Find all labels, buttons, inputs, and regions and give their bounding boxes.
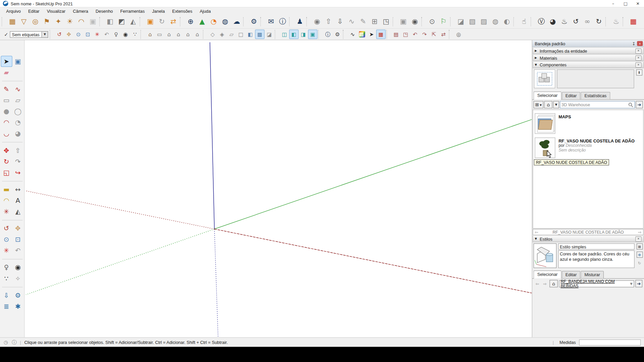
- collections-dropdown-button[interactable]: ▼: [553, 101, 559, 108]
- palette-divider-3[interactable]: [2, 178, 22, 181]
- component-title[interactable]: RF_VASO NUDE COSTELA DE ADÃO: [558, 138, 635, 143]
- flag-icon[interactable]: ⚑: [41, 16, 52, 27]
- vray-logo-icon[interactable]: Ⓥ: [536, 16, 547, 27]
- vray-render-icon[interactable]: ♨: [558, 16, 570, 27]
- cloud-upload-icon[interactable]: ☁: [231, 16, 242, 27]
- section-plane-icon[interactable]: ◫: [280, 29, 289, 39]
- section-styles[interactable]: ▼ Estilos ✕: [533, 236, 644, 242]
- back-edges-icon[interactable]: ◈: [217, 29, 227, 39]
- cube-down-icon[interactable]: ⇩: [334, 16, 346, 27]
- maps-folder-thumbnail[interactable]: [535, 113, 555, 134]
- palette-blank[interactable]: [12, 67, 23, 78]
- follow-me-tool[interactable]: ↷: [12, 156, 23, 167]
- style-home-button[interactable]: ⌂: [549, 280, 557, 287]
- rectangle-tool[interactable]: ▭: [1, 95, 12, 106]
- tb2-sep-3[interactable]: [275, 30, 279, 39]
- gears-icon[interactable]: ⚙: [248, 16, 260, 27]
- position-camera-icon[interactable]: ♀: [111, 29, 121, 39]
- drawing-canvas[interactable]: [24, 40, 532, 338]
- cube-style-5-icon[interactable]: ◐: [501, 16, 513, 27]
- menu-visualizar[interactable]: Visualizar: [43, 8, 69, 14]
- pan-tool[interactable]: ✥: [12, 223, 23, 234]
- cube-style-1-icon[interactable]: ◪: [455, 16, 467, 27]
- three-point-arc-tool[interactable]: ◡: [1, 128, 12, 139]
- checker-sphere-icon[interactable]: ◍: [219, 16, 231, 27]
- palette-divider-5[interactable]: [2, 256, 22, 259]
- tb1-grip[interactable]: [2, 17, 6, 26]
- tb2-sep-4[interactable]: [318, 30, 322, 39]
- move-tool[interactable]: ✥: [1, 145, 12, 156]
- style-tab-selecionar[interactable]: Selecionar: [534, 270, 561, 279]
- tag-check-icon[interactable]: ✓: [4, 32, 8, 37]
- view-right-icon[interactable]: ⌂: [174, 29, 183, 39]
- vray-asset-editor-icon[interactable]: ◕: [547, 16, 558, 27]
- swap-arrows-icon[interactable]: ⇄: [168, 16, 179, 27]
- make-component-tool[interactable]: ▣: [12, 56, 23, 67]
- stamp-terrain-icon[interactable]: ◧: [104, 16, 116, 27]
- figure-flag-icon[interactable]: ⚐: [438, 16, 449, 27]
- component-item-maps[interactable]: MAPS: [535, 113, 571, 134]
- palette-divider-6[interactable]: [2, 284, 22, 287]
- line-tool[interactable]: ✎: [1, 84, 12, 95]
- vray-interactive-icon[interactable]: ↺: [570, 16, 582, 27]
- instructor-icon[interactable]: ⓘ: [323, 29, 333, 39]
- tb2-sep-2[interactable]: [203, 30, 207, 39]
- tag-filter-dropdown[interactable]: ▼: [42, 31, 48, 38]
- eye-cubes-icon[interactable]: ◉: [409, 16, 421, 27]
- style-tab-misturar[interactable]: Misturar: [581, 271, 604, 278]
- vray-curves-icon[interactable]: ∞: [582, 16, 593, 27]
- menu-desenho[interactable]: Desenho: [92, 8, 117, 14]
- refresh-gray-icon[interactable]: ↻: [156, 16, 167, 27]
- material-tool-2-icon[interactable]: ◳: [401, 29, 410, 39]
- orbit-icon[interactable]: ↺: [55, 29, 64, 39]
- palette-divider-2[interactable]: [2, 139, 22, 142]
- two-point-arc-tool[interactable]: ◔: [12, 117, 23, 128]
- comp-tab-estatisticas[interactable]: Estatísticas: [581, 92, 610, 99]
- material-tool-1-icon[interactable]: ▤: [391, 29, 401, 39]
- cube-up-icon[interactable]: ⇧: [323, 16, 334, 27]
- offset-tool[interactable]: ↪: [12, 167, 23, 178]
- walk-icon[interactable]: ∵: [130, 29, 140, 39]
- update-style-button[interactable]: ⊕: [636, 252, 642, 258]
- orange-fan-icon[interactable]: ◔: [208, 16, 219, 27]
- tb1-sep-1[interactable]: [99, 17, 103, 26]
- dome-icon[interactable]: ◠: [75, 16, 87, 27]
- section-entity-info[interactable]: ▶ Informações da entidade ✕: [533, 48, 644, 54]
- zoom-extents-icon[interactable]: ✳: [93, 29, 102, 39]
- view-iso-icon[interactable]: ⌂: [146, 29, 155, 39]
- ext-tool-3[interactable]: ≣: [1, 301, 12, 312]
- view-back-icon[interactable]: ⌂: [183, 29, 193, 39]
- component-title[interactable]: MAPS: [558, 114, 571, 119]
- ghost-cube-icon[interactable]: ▣: [87, 16, 99, 27]
- textured-icon[interactable]: ▩: [255, 29, 264, 39]
- style-forward-icon[interactable]: ⇨: [542, 281, 548, 286]
- menu-camera[interactable]: Câmera: [69, 8, 92, 14]
- tb1-sep-14[interactable]: [623, 17, 627, 26]
- style-description-field[interactable]: Cores de face padrão. Cores do céu azul …: [558, 250, 635, 268]
- secondary-pane-button[interactable]: ⇟: [636, 69, 642, 75]
- tb1-sep-5[interactable]: [260, 17, 264, 26]
- tb2-sep-7[interactable]: [449, 30, 453, 39]
- previous-icon[interactable]: ↶: [102, 29, 111, 39]
- tb1-sep-8[interactable]: [393, 17, 397, 26]
- glasses-icon[interactable]: ◉: [311, 16, 323, 27]
- curve-tool-icon[interactable]: ∿: [348, 29, 357, 39]
- tb1-sep-7[interactable]: [306, 17, 310, 26]
- paint-red-icon[interactable]: ▦: [376, 29, 386, 39]
- geolocation-icon[interactable]: ◷: [4, 340, 8, 345]
- minimize-button[interactable]: –: [607, 0, 620, 7]
- menu-editar[interactable]: Editar: [24, 8, 43, 14]
- tape-measure-tool[interactable]: ▬: [1, 184, 12, 195]
- arc-tool[interactable]: ◠: [1, 117, 12, 128]
- tree-icon[interactable]: ▲: [196, 16, 208, 27]
- ext-tool-4[interactable]: ✱: [12, 301, 23, 312]
- measurements-input[interactable]: [579, 339, 641, 345]
- palette-divider-1[interactable]: [2, 78, 22, 81]
- comp-tab-selecionar[interactable]: Selecionar: [534, 92, 561, 100]
- refresh-style-icon[interactable]: ↻: [636, 260, 642, 266]
- zoom-window-icon[interactable]: ⊡: [83, 29, 92, 39]
- menu-ferramentas[interactable]: Ferramentas: [116, 8, 148, 14]
- tb1-sep-9[interactable]: [421, 17, 425, 26]
- position-camera-tool[interactable]: ♀: [1, 262, 12, 273]
- section-close-icon[interactable]: ✕: [635, 48, 641, 54]
